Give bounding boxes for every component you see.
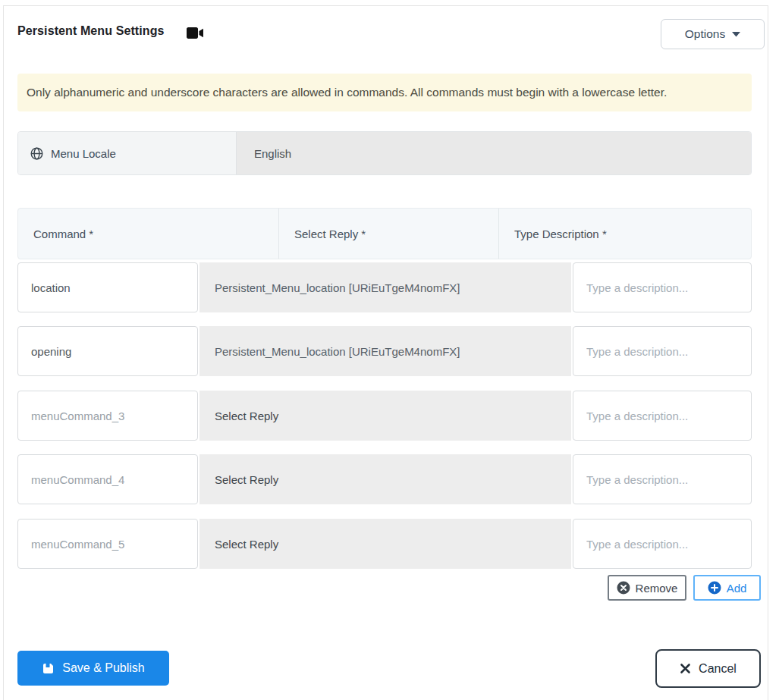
remove-button-label: Remove	[636, 582, 678, 595]
description-input[interactable]	[573, 262, 752, 312]
caret-down-icon	[732, 32, 740, 37]
column-header-select-reply: Select Reply *	[278, 209, 498, 259]
persistent-menu-settings-panel: Persistent Menu Settings Options Only al…	[3, 5, 768, 700]
add-circle-icon	[708, 581, 721, 595]
command-input[interactable]	[17, 262, 198, 312]
column-header-command: Command *	[18, 209, 278, 259]
alert-text: Only alphanumeric and underscore charact…	[27, 86, 667, 99]
menu-locale-value: English	[254, 147, 291, 160]
table-row: Select Reply	[17, 519, 752, 569]
save-publish-button[interactable]: Save & Publish	[17, 651, 169, 686]
globe-icon	[30, 147, 43, 160]
reply-select[interactable]: Select Reply	[199, 454, 571, 504]
column-header-type-description: Type Description *	[498, 209, 751, 259]
table-row: Select Reply	[17, 454, 752, 504]
menu-locale-select[interactable]: English	[237, 132, 751, 174]
table-row: Persistent_Menu_location [URiEuTgeM4nomF…	[17, 326, 752, 376]
reply-select-value: Persistent_Menu_location [URiEuTgeM4nomF…	[215, 281, 460, 294]
add-row-button[interactable]: Add	[693, 575, 761, 601]
command-input[interactable]	[17, 519, 198, 569]
remove-row-button[interactable]: Remove	[608, 575, 686, 601]
save-publish-label: Save & Publish	[62, 661, 145, 675]
reply-select-value: Persistent_Menu_location [URiEuTgeM4nomF…	[215, 345, 460, 358]
command-input[interactable]	[17, 454, 198, 504]
table-body: Persistent_Menu_location [URiEuTgeM4nomF…	[17, 262, 752, 570]
alert-banner: Only alphanumeric and underscore charact…	[17, 74, 752, 111]
menu-locale-label: Menu Locale	[51, 147, 116, 160]
add-button-label: Add	[727, 582, 747, 595]
reply-select-value: Select Reply	[215, 410, 278, 422]
table-row: Select Reply	[17, 391, 752, 441]
save-icon	[42, 662, 55, 675]
cancel-button[interactable]: Cancel	[655, 649, 761, 688]
command-input[interactable]	[17, 326, 198, 376]
cancel-button-label: Cancel	[699, 662, 737, 676]
reply-select[interactable]: Persistent_Menu_location [URiEuTgeM4nomF…	[199, 262, 571, 312]
reply-select[interactable]: Select Reply	[199, 519, 571, 569]
reply-select[interactable]: Select Reply	[199, 391, 571, 441]
description-input[interactable]	[573, 326, 752, 376]
table-row: Persistent_Menu_location [URiEuTgeM4nomF…	[17, 262, 752, 312]
close-icon	[680, 663, 691, 674]
reply-select[interactable]: Persistent_Menu_location [URiEuTgeM4nomF…	[199, 326, 571, 376]
menu-locale-row: Menu Locale English	[17, 131, 752, 175]
table-header: Command * Select Reply * Type Descriptio…	[17, 208, 752, 259]
reply-select-value: Select Reply	[215, 538, 278, 551]
reply-select-value: Select Reply	[215, 473, 278, 486]
description-input[interactable]	[573, 454, 752, 504]
menu-locale-label-cell: Menu Locale	[18, 132, 237, 174]
description-input[interactable]	[573, 519, 752, 569]
command-input[interactable]	[17, 391, 198, 441]
options-button-label: Options	[685, 27, 725, 41]
page-title: Persistent Menu Settings	[17, 24, 165, 38]
description-input[interactable]	[573, 391, 752, 441]
options-button[interactable]: Options	[661, 19, 765, 49]
remove-circle-icon	[617, 581, 630, 595]
video-camera-icon[interactable]	[186, 27, 204, 39]
